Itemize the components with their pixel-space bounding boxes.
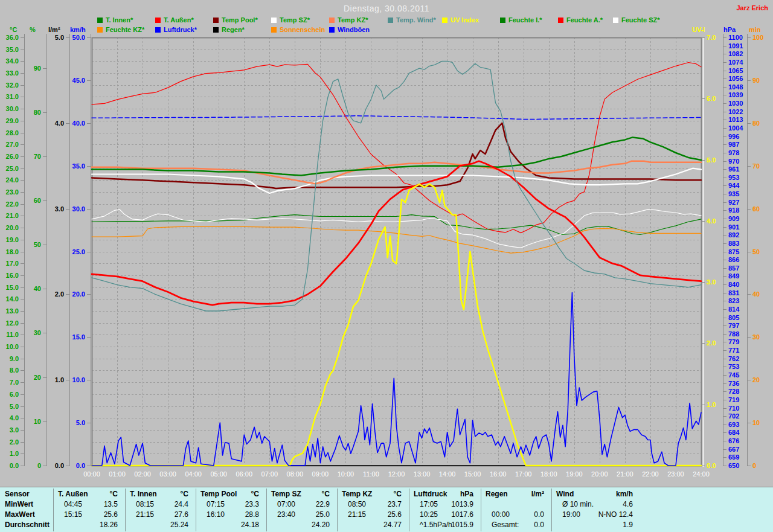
y-axis-hpa-label: 1091 (728, 42, 743, 50)
y-axis-hpa-label: 753 (728, 363, 739, 370)
table-separator (337, 489, 338, 531)
y-axis-lm2-label: 4.0 (55, 120, 64, 127)
sensor-unit: °C (266, 490, 330, 498)
y-axis-pct-label: 70 (34, 153, 41, 160)
y-axis-hpa-label: 875 (728, 248, 739, 255)
y-axis-hpa-label: 823 (728, 297, 739, 304)
y-axis-hpa-label: 684 (728, 429, 740, 436)
y-axis-celsius-label: 0.0 (10, 462, 19, 469)
sensor-value: N-NO 12.4 (551, 510, 633, 519)
series-temp-sz (92, 168, 701, 193)
y-axis-celsius-label: 27.0 (6, 141, 19, 148)
y-axis-minax-label: 60 (752, 205, 760, 213)
sensor-value: 24.4 (125, 500, 188, 508)
y-axis-hpa-label: 892 (728, 231, 739, 239)
series-t-innen (92, 137, 701, 175)
y-axis-uv-label: 5.0 (707, 156, 716, 164)
gridlines (92, 37, 701, 466)
x-axis-label: 22:00 (642, 470, 659, 478)
y-axis-hpa-label: 814 (728, 306, 740, 313)
y-axis-minax-label: 90 (752, 77, 760, 84)
table-separator (196, 489, 196, 531)
sensor-value: 1.9 (551, 521, 633, 529)
y-axis-celsius-label: 13.0 (6, 307, 19, 315)
y-axis-hpa-label: 728 (728, 388, 739, 395)
table-separator (125, 489, 126, 531)
x-axis-label: 20:00 (591, 470, 608, 478)
x-axis-label: 11:00 (363, 470, 379, 478)
x-axis-label: 06:00 (236, 470, 252, 478)
y-axis-celsius-label: 31.0 (6, 93, 19, 100)
y-axis-hpa-label: 1056 (728, 75, 743, 82)
y-axis-hpa-label: 909 (728, 215, 739, 222)
sensor-value: 24.18 (196, 521, 259, 529)
series-temp-wind (92, 61, 701, 311)
y-axis-hpa-label: 1022 (728, 108, 743, 115)
y-axis-celsius (21, 34, 25, 466)
x-axis-label: 16:00 (490, 470, 507, 478)
y-axis-celsius-label: 23.0 (6, 188, 19, 196)
y-axis-hpa-label: 788 (728, 330, 739, 338)
sensor-unit: °C (337, 490, 402, 498)
y-axis-pct-label: 90 (34, 65, 41, 72)
y-axis-pct-label: 80 (34, 109, 41, 116)
x-axis-label: 04:00 (185, 470, 202, 478)
y-axis-kmh-label: 40.0 (72, 120, 85, 127)
y-axis-hpa-label: 953 (728, 174, 739, 181)
y-axis-hpa-label: 693 (728, 421, 739, 428)
chart-area: °C36.035.034.033.032.031.030.029.028.027… (0, 0, 773, 487)
sensor-value: 0.0 (481, 510, 544, 519)
x-axis-label: 05:00 (210, 470, 227, 478)
y-axis-uv-label: 7.0 (707, 34, 716, 41)
y-axis-celsius-label: 7.0 (10, 379, 19, 386)
y-axis-hpa-label: 745 (728, 371, 739, 379)
y-axis-celsius-label: 30.0 (6, 105, 19, 112)
x-axis-label: 01:00 (109, 470, 126, 478)
y-axis-celsius-label: 36.0 (6, 34, 19, 41)
y-axis-celsius-label: 22.0 (6, 200, 19, 208)
y-axis-minax-label: 10 (752, 419, 760, 426)
y-axis-header: °C (10, 26, 17, 33)
table-row-label: Durchschnitt (5, 521, 50, 529)
table-separator (481, 489, 481, 531)
y-axis-hpa-label: 719 (728, 396, 739, 403)
y-axis-uv-label: 6.0 (707, 95, 716, 102)
y-axis-minax-label: 50 (752, 248, 760, 255)
x-axis-label: 15:00 (464, 470, 481, 478)
sensor-value: 28.8 (196, 510, 259, 519)
y-axis-celsius-label: 20.0 (6, 224, 19, 231)
y-axis-header: l/m² (48, 26, 60, 33)
y-axis-pct-label: 30 (34, 329, 41, 336)
y-axis-hpa-label: 883 (728, 240, 739, 247)
y-axis-hpa-label: 987 (728, 141, 739, 148)
y-axis-celsius-label: 18.0 (6, 248, 19, 255)
y-axis-hpa-label: 1100 (728, 34, 743, 41)
y-axis-kmh (87, 34, 91, 466)
y-axis-lm2-label: 0.0 (55, 462, 64, 469)
x-axis-label: 02:00 (134, 470, 151, 478)
sensor-value: 22.9 (266, 500, 330, 508)
y-axis-celsius-label: 11.0 (6, 331, 19, 338)
sensor-value: 25.6 (337, 510, 402, 519)
y-axis-hpa-label: 1004 (728, 124, 743, 132)
y-axis-celsius-label: 19.0 (6, 236, 19, 243)
y-axis-celsius-label: 25.0 (6, 165, 19, 172)
y-axis-hpa-label: 702 (728, 412, 739, 420)
y-axis-celsius-label: 6.0 (10, 391, 19, 398)
y-axis-celsius-label: 1.0 (10, 450, 19, 457)
y-axis-hpa-label: 1013 (728, 116, 743, 123)
y-axis-kmh-label: 15.0 (72, 333, 85, 341)
y-axis-hpa-label: 1030 (728, 100, 743, 107)
x-axis-label: 17:00 (515, 470, 532, 478)
y-axis-hpa-label: 918 (728, 207, 739, 214)
y-axis-minax-label: 0 (752, 462, 756, 469)
table-separator (551, 489, 552, 531)
x-axis-label: 08:00 (287, 470, 304, 478)
y-axis-kmh-label: 25.0 (72, 248, 85, 255)
y-axis-kmh-label: 5.0 (76, 419, 85, 426)
sensor-value: 1017.6 (409, 510, 473, 519)
y-axis-hpa-label: 1074 (728, 59, 743, 66)
sensor-unit: °C (53, 490, 118, 498)
sensor-value: 24.20 (266, 521, 330, 529)
sensor-value: 25.24 (125, 521, 188, 529)
